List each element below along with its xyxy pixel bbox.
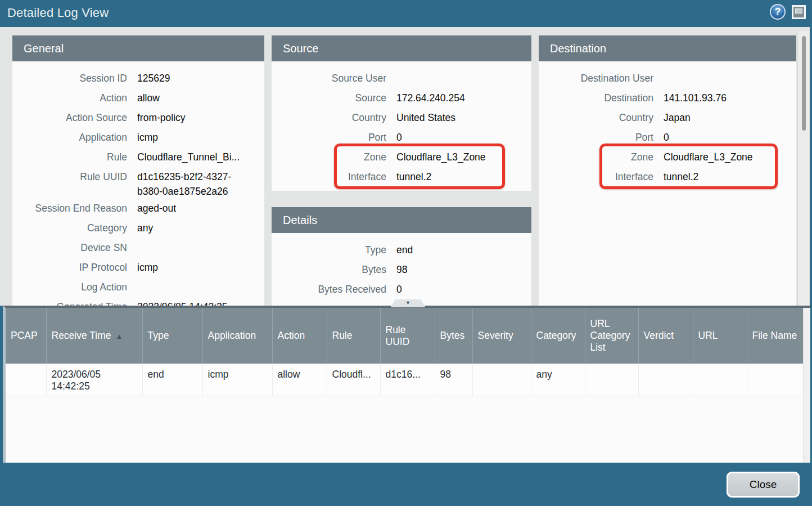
details-panel-header: Details <box>272 207 531 233</box>
field-source-interface: Interfacetunnel.2 <box>272 167 531 187</box>
cell-action: allow <box>272 364 327 396</box>
column-header-rule-uuid[interactable]: Rule UUID <box>380 308 435 364</box>
field-session-id: Session ID125629 <box>12 69 264 88</box>
column-header-file-name[interactable]: File Name <box>747 308 803 364</box>
field-source-country: CountryUnited States <box>272 108 531 128</box>
field-action-source: Action Sourcefrom-policy <box>12 108 264 128</box>
field-ip-protocol: IP Protocolicmp <box>12 258 264 277</box>
chevron-down-icon: ▼ <box>405 300 410 306</box>
field-destination-port: Port0 <box>539 128 796 147</box>
column-header-application[interactable]: Application <box>202 308 272 364</box>
column-header-url[interactable]: URL <box>693 308 747 364</box>
field-source-user: Source User <box>272 69 531 88</box>
destination-panel-header: Destination <box>539 35 796 61</box>
field-generated-time: Generated Time2023/06/05 14:42:25 <box>12 297 264 306</box>
field-destination-interface: Interfacetunnel.2 <box>539 167 796 187</box>
log-table-section: ▼ PCAP Receive Time▲ Type Application Ac… <box>3 306 810 463</box>
cell-application: icmp <box>202 364 272 396</box>
field-application: Applicationicmp <box>12 128 264 147</box>
details-panel: Details Typeend Bytes98 Bytes Received0 <box>272 207 531 306</box>
column-header-receive-time[interactable]: Receive Time▲ <box>46 308 142 364</box>
destination-panel-body: Destination User Destination141.101.93.7… <box>539 61 796 187</box>
help-icon[interactable]: ? <box>770 4 786 20</box>
field-bytes-received: Bytes Received0 <box>272 280 531 299</box>
collapse-table-handle[interactable]: ▼ <box>391 299 426 307</box>
field-device-sn: Device SN <box>12 238 264 258</box>
field-rule-uuid: Rule UUIDd1c16235-b2f2-4327-b380-0ae1875… <box>12 167 264 199</box>
field-destination-country: CountryJapan <box>539 108 796 128</box>
window-icon[interactable] <box>792 5 806 19</box>
cell-pcap <box>6 364 46 396</box>
field-source-port: Port0 <box>272 128 531 147</box>
field-log-action: Log Action <box>12 277 264 297</box>
log-table: PCAP Receive Time▲ Type Application Acti… <box>6 308 804 396</box>
column-header-bytes[interactable]: Bytes <box>435 308 472 364</box>
window-icon-glyph <box>795 8 802 14</box>
panels-scrollbar[interactable] <box>797 31 809 306</box>
field-destination-zone: ZoneCloudflare_L3_Zone <box>539 147 796 167</box>
field-rule: RuleCloudflare_Tunnel_Bi... <box>12 147 264 167</box>
cell-rule: Cloudfl... <box>327 364 380 396</box>
dialog-title: Detailed Log View <box>7 6 109 20</box>
column-header-category[interactable]: Category <box>531 308 585 364</box>
field-source: Source172.64.240.254 <box>272 88 531 108</box>
cell-rule-uuid: d1c16... <box>380 364 435 396</box>
column-header-rule[interactable]: Rule <box>327 308 380 364</box>
column-header-verdict[interactable]: Verdict <box>638 308 693 364</box>
detailed-log-view-dialog: Detailed Log View ? General Session ID12… <box>0 0 812 506</box>
general-panel-body: Session ID125629 Actionallow Action Sour… <box>12 61 264 306</box>
field-action: Actionallow <box>12 88 264 108</box>
cell-bytes: 98 <box>435 364 472 396</box>
column-header-action[interactable]: Action <box>272 308 327 364</box>
footer-bar: Close <box>0 463 812 506</box>
field-category: Categoryany <box>12 218 264 238</box>
field-destination: Destination141.101.93.76 <box>539 88 796 108</box>
panels-scrollbar-thumb[interactable] <box>802 36 806 131</box>
source-panel-body: Source User Source172.64.240.254 Country… <box>272 61 531 187</box>
titlebar: Detailed Log View ? <box>0 0 812 27</box>
cell-verdict <box>638 364 693 396</box>
cell-category: any <box>531 364 585 396</box>
field-type: Typeend <box>272 240 531 260</box>
table-scrollbar[interactable] <box>803 308 810 463</box>
field-source-zone: ZoneCloudflare_L3_Zone <box>272 147 531 167</box>
destination-panel: Destination Destination User Destination… <box>539 35 796 306</box>
column-header-type[interactable]: Type <box>142 308 202 364</box>
details-panel-body: Typeend Bytes98 Bytes Received0 <box>272 233 531 299</box>
column-header-pcap[interactable]: PCAP <box>6 308 46 364</box>
column-header-severity[interactable]: Severity <box>472 308 531 364</box>
log-table-row[interactable]: 2023/06/05 14:42:25 end icmp allow Cloud… <box>6 364 803 396</box>
general-panel-header: General <box>12 35 264 61</box>
field-destination-user: Destination User <box>539 69 796 88</box>
cell-file-name <box>747 364 803 396</box>
cell-url-category-list <box>585 364 638 396</box>
sort-ascending-icon: ▲ <box>116 332 123 341</box>
column-header-url-category-list[interactable]: URL Category List <box>585 308 638 364</box>
cell-url <box>693 364 747 396</box>
cell-severity <box>472 364 531 396</box>
source-panel: Source Source User Source172.64.240.254 … <box>272 35 531 191</box>
cell-type: end <box>142 364 202 396</box>
field-bytes: Bytes98 <box>272 260 531 280</box>
close-button[interactable]: Close <box>727 472 800 498</box>
field-session-end-reason: Session End Reasonaged-out <box>12 199 264 218</box>
cell-receive-time: 2023/06/05 14:42:25 <box>46 364 142 396</box>
log-table-header-row: PCAP Receive Time▲ Type Application Acti… <box>6 308 803 364</box>
source-panel-header: Source <box>272 35 531 61</box>
general-panel: General Session ID125629 Actionallow Act… <box>12 35 264 306</box>
